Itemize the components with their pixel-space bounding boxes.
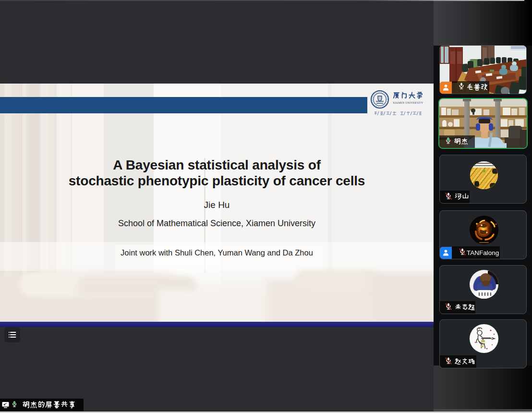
- svg-text:XIAMEN UNIVERSITY: XIAMEN UNIVERSITY: [393, 101, 423, 104]
